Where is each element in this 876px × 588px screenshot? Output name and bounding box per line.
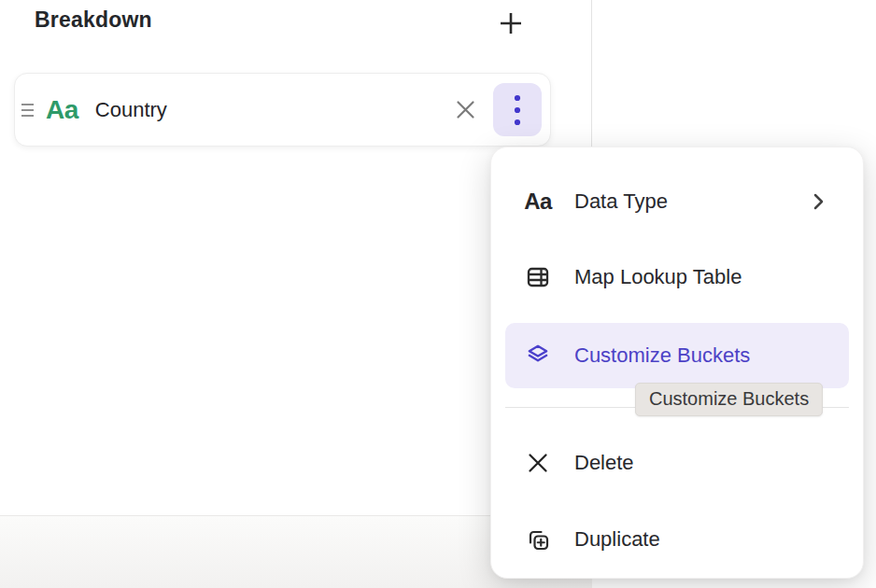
menu-item-label: Data Type bbox=[574, 189, 668, 214]
add-breakdown-button[interactable] bbox=[494, 7, 528, 40]
field-name: Country bbox=[95, 98, 167, 122]
menu-item-label: Customize Buckets bbox=[574, 343, 750, 368]
field-menu-button[interactable] bbox=[493, 83, 542, 136]
copy-plus-icon bbox=[523, 526, 553, 553]
remove-field-button[interactable] bbox=[450, 95, 480, 125]
layers-icon bbox=[523, 343, 553, 369]
kebab-menu-icon bbox=[514, 92, 521, 128]
tooltip: Customize Buckets bbox=[635, 383, 823, 416]
field-type-icon: Aa bbox=[46, 95, 78, 125]
close-icon bbox=[454, 98, 477, 121]
menu-item-label: Duplicate bbox=[574, 527, 660, 552]
menu-item-duplicate[interactable]: Duplicate bbox=[491, 500, 863, 579]
menu-item-delete[interactable]: Delete bbox=[491, 426, 863, 500]
breakdown-panel: Breakdown Aa Country bbox=[0, 0, 876, 588]
drag-handle-icon[interactable] bbox=[21, 102, 35, 119]
field-context-menu: Aa Data Type Map Lookup Table bbox=[490, 147, 864, 579]
plus-icon bbox=[497, 9, 525, 37]
menu-item-label: Delete bbox=[574, 451, 634, 475]
menu-item-map-lookup-table[interactable]: Map Lookup Table bbox=[491, 239, 863, 315]
page-title: Breakdown bbox=[35, 7, 152, 33]
breakdown-field-row[interactable]: Aa Country bbox=[14, 73, 551, 147]
chevron-right-icon bbox=[811, 190, 826, 213]
menu-item-data-type[interactable]: Aa Data Type bbox=[491, 163, 863, 239]
data-type-icon: Aa bbox=[523, 189, 553, 215]
table-icon bbox=[523, 264, 553, 290]
x-icon bbox=[523, 451, 553, 475]
menu-item-customize-buckets[interactable]: Customize Buckets bbox=[505, 323, 849, 388]
menu-item-label: Map Lookup Table bbox=[574, 265, 742, 289]
